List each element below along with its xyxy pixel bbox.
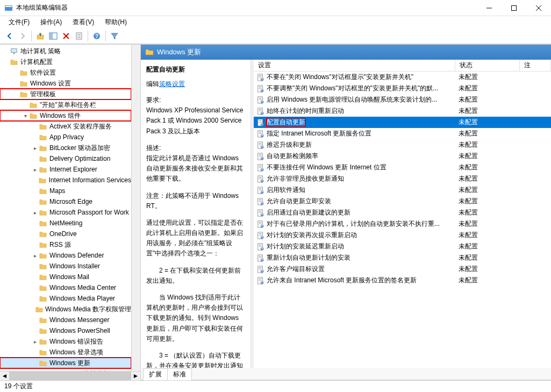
menu-view[interactable]: 查看(V) [68,17,98,28]
tree-item[interactable]: Windows Messenger [0,315,131,325]
properties-button[interactable] [73,30,85,42]
col-comment[interactable]: 注 [520,60,551,71]
tree-item[interactable]: Windows Media 数字权限管理 [0,304,131,315]
policy-row[interactable]: 不要调整"关闭 Windows"对话框里的"安装更新并关机"的默...未配置 [254,83,551,94]
tab-extended[interactable]: 扩展 [143,368,168,380]
tree-item-label: Delivery Optimization [49,155,110,162]
tree-expander[interactable]: ▸ [31,210,39,216]
tree-item[interactable]: Windows 更新 [0,358,131,368]
tree-item[interactable]: Windows 登录选项 [0,347,131,358]
tree-item-label: Windows Media Center [49,284,116,291]
folder-icon [39,154,47,163]
forward-button[interactable] [16,30,29,42]
tree-item[interactable]: Windows 设置 [0,78,131,89]
menu-action[interactable]: 操作(A) [36,17,66,28]
folder-icon [39,230,47,238]
folder-icon [39,294,47,303]
folder-icon [39,273,47,281]
folder-icon [39,359,47,367]
tree-item[interactable]: 管理模板 [0,89,131,99]
folder-icon [39,326,47,335]
col-setting[interactable]: 设置 [254,60,455,71]
tree-item[interactable]: Windows Mail [0,272,131,282]
policy-row[interactable]: 推迟升级和更新未配置 [254,139,551,151]
tree-root[interactable]: 地计算机 策略 [0,46,131,56]
up-button[interactable] [34,30,47,42]
content-body: 配置自动更新 编辑策略设置 要求: Windows XP Professiona… [141,60,551,368]
tree-item[interactable]: ▸BitLocker 驱动器加密 [0,142,131,153]
tree-item[interactable]: ActiveX 安装程序服务 [0,121,131,132]
tree-item[interactable]: Windows Media Player [0,293,131,304]
policy-row[interactable]: 启用通过自动更新建议的更新未配置 [254,207,551,218]
tree-item[interactable]: Windows PowerShell [0,325,131,336]
policy-row[interactable]: 对计划的安装延迟重新启动未配置 [254,241,551,252]
tab-standard[interactable]: 标准 [167,368,192,380]
tree-item[interactable]: "开始"菜单和任务栏 [0,99,131,110]
tree-item[interactable]: Microsoft Edge [0,196,131,207]
tree-item[interactable]: NetMeeting [0,218,131,229]
close-button[interactable] [526,0,551,16]
policy-name-cell: 允许来自 Intranet Microsoft 更新服务位置的签名更新 [254,276,455,285]
policy-row[interactable]: 指定 Intranet Microsoft 更新服务位置未配置 [254,128,551,139]
policy-row[interactable]: 不要连接任何 Windows 更新 Internet 位置未配置 [254,162,551,173]
policy-row[interactable]: 对于有已登录用户的计算机，计划的自动更新安装不执行重...未配置 [254,218,551,230]
tree-item[interactable]: App Privacy [0,132,131,142]
tree-item[interactable]: OneDrive [0,229,131,239]
tree-expander[interactable]: ▸ [31,167,39,173]
delete-button[interactable] [60,30,73,42]
tree-h-scrollbar[interactable]: ◄ ► [0,371,140,380]
tree-expander[interactable]: ▸ [31,339,39,345]
tree-expander[interactable]: ▸ [31,145,39,151]
toolbar: ? [0,28,551,44]
tree-item-label: Internet Information Services [49,176,131,184]
app-icon [4,4,13,12]
show-hide-tree-button[interactable] [47,30,60,42]
tree-item[interactable]: Maps [0,186,131,196]
tree-item[interactable]: ▸Internet Explorer [0,164,131,175]
menu-help[interactable]: 帮助(H) [101,17,131,28]
policy-row[interactable]: 启用 Windows 更新电源管理以自动唤醒系统来安装计划的...未配置 [254,94,551,105]
filter-button[interactable] [108,30,121,42]
policy-row[interactable]: 允许非管理员接收更新通知未配置 [254,173,551,184]
tree-item[interactable]: Internet Information Services [0,175,131,186]
tree-item-label: Maps [49,187,65,195]
menu-file[interactable]: 文件(F) [4,17,34,28]
policy-row[interactable]: 允许自动更新立即安装未配置 [254,196,551,207]
desc-p2: 2 = 在下载和安装任何更新前发出通知。 [146,266,245,286]
policy-row[interactable]: 不要在"关闭 Windows"对话框显示"安装更新并关机"未配置 [254,72,551,83]
policy-row[interactable]: 自动更新检测频率未配置 [254,151,551,162]
policy-list[interactable]: 不要在"关闭 Windows"对话框显示"安装更新并关机"未配置不要调整"关闭 … [254,72,551,368]
tree-item-label: Windows Installer [49,262,100,270]
tree-expander[interactable]: ▸ [31,253,39,259]
col-state[interactable]: 状态 [455,60,520,71]
tree-item[interactable]: Delivery Optimization [0,153,131,164]
policy-row[interactable]: 重新计划自动更新计划的安装未配置 [254,252,551,263]
minimize-button[interactable] [477,0,502,16]
policy-row[interactable]: 允许来自 Intranet Microsoft 更新服务位置的签名更新未配置 [254,275,551,286]
policy-name-cell: 允许自动更新立即安装 [254,197,455,206]
help-button[interactable]: ? [90,30,103,42]
tree-item[interactable]: 软件设置 [0,67,131,78]
tree-item[interactable]: ▸Windows 错误报告 [0,336,131,347]
policy-row[interactable]: 对计划的安装再次提示重新启动未配置 [254,230,551,241]
tree-expander[interactable]: ▾ [22,113,29,119]
policy-row[interactable]: 启用软件通知未配置 [254,184,551,196]
tree-item[interactable]: ▾Windows 组件 [0,110,131,121]
tree-item[interactable]: RSS 源 [0,239,131,250]
tree-item[interactable]: ▸Microsoft Passport for Work [0,207,131,218]
policy-name-cell: 配置自动更新 [254,118,455,127]
tree-item[interactable]: 计算机配置 [0,56,131,67]
maximize-button[interactable] [502,0,526,16]
policy-row[interactable]: 配置自动更新未配置 [254,117,551,128]
tree-item[interactable]: Windows Media Center [0,282,131,293]
tree-item[interactable]: Windows Installer [0,261,131,272]
policy-row[interactable]: 始终在计划的时间重新启动未配置 [254,105,551,117]
tree-scrollbar[interactable] [131,45,140,371]
policy-row[interactable]: 允许客户端目标设置未配置 [254,263,551,275]
policy-state-cell: 未配置 [455,95,520,104]
folder-icon [39,240,47,249]
tree-item[interactable]: ▸Windows Defender [0,250,131,261]
back-button[interactable] [3,30,16,42]
tree[interactable]: 地计算机 策略计算机配置软件设置Windows 设置管理模板"开始"菜单和任务栏… [0,45,131,371]
edit-policy-link[interactable]: 策略设置 [159,80,185,88]
